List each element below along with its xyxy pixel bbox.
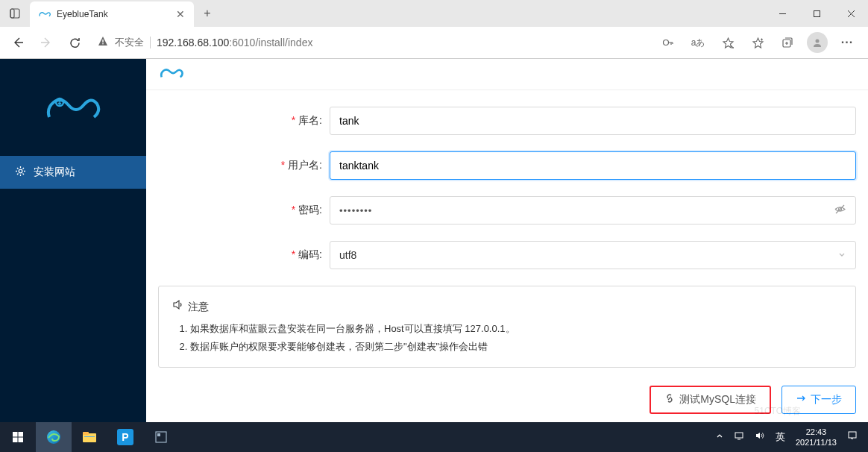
tab-close-icon[interactable]: ✕	[176, 8, 185, 20]
collections-icon[interactable]	[774, 29, 801, 56]
divider	[150, 37, 151, 48]
notice-item: 数据库账户的权限要求要能够创建表，否则第二步"创建表"操作会出错	[190, 338, 842, 357]
tray-network-icon[interactable]	[729, 431, 749, 442]
settings-icon	[15, 166, 26, 179]
tray-chevron-icon[interactable]	[711, 432, 728, 442]
svg-point-8	[664, 40, 669, 45]
svg-rect-24	[84, 436, 95, 437]
tab-title: EyeblueTank	[57, 9, 170, 19]
chevron-down-icon	[837, 249, 846, 261]
taskbar-explorer[interactable]	[72, 422, 107, 452]
tray-ime[interactable]: 英	[771, 431, 790, 444]
username-input[interactable]	[330, 151, 856, 180]
svg-point-12	[816, 40, 820, 43]
tray-volume-icon[interactable]	[750, 431, 770, 442]
new-tab-button[interactable]: +	[194, 0, 221, 27]
sidebar-item-install[interactable]: 安装网站	[0, 156, 146, 189]
sidebar: 安装网站	[0, 59, 146, 423]
speaker-icon	[172, 297, 183, 317]
notice-title: 注意	[188, 297, 209, 317]
url-text: 192.168.68.100:6010/install/index	[157, 37, 312, 48]
start-button[interactable]	[0, 422, 36, 452]
close-window-button[interactable]	[834, 0, 868, 27]
sidebar-item-label: 安装网站	[34, 166, 75, 179]
favorites-bar-icon[interactable]	[744, 29, 771, 56]
security-label: 不安全	[115, 36, 144, 49]
svg-rect-17	[13, 432, 18, 437]
password-input[interactable]: ••••••••	[330, 196, 856, 225]
tray-clock[interactable]: 22:43 2021/11/13	[791, 427, 841, 448]
not-secure-icon	[97, 35, 109, 50]
svg-rect-29	[849, 432, 856, 438]
refresh-button[interactable]	[61, 29, 88, 56]
username-label: *用户名:	[158, 159, 330, 172]
taskbar: P 英 22:43 2021/11/13	[0, 422, 868, 452]
main-header	[146, 59, 868, 90]
translate-icon[interactable]: aあ	[685, 29, 711, 56]
forward-button	[33, 29, 60, 56]
svg-rect-0	[10, 9, 19, 18]
app-logo	[0, 59, 146, 156]
encoding-select[interactable]: utf8	[330, 241, 856, 269]
profile-button[interactable]	[804, 29, 831, 56]
svg-rect-26	[157, 433, 160, 436]
svg-rect-6	[102, 40, 103, 43]
back-button[interactable]	[4, 29, 31, 56]
svg-rect-7	[102, 43, 103, 44]
svg-rect-27	[735, 433, 743, 438]
tabs-menu-button[interactable]	[0, 0, 30, 27]
arrow-right-icon	[796, 393, 806, 406]
svg-point-10	[732, 47, 734, 48]
eyeblue-favicon-icon	[39, 8, 51, 20]
taskbar-app-p[interactable]: P	[107, 422, 143, 452]
eye-off-icon[interactable]	[834, 203, 846, 218]
password-label: *密码:	[158, 204, 330, 217]
maximize-button[interactable]	[799, 0, 834, 27]
svg-rect-19	[13, 438, 18, 443]
minimize-button[interactable]	[765, 0, 799, 27]
svg-rect-20	[19, 438, 24, 443]
notice-item: 如果数据库和蓝眼云盘安装在同一台服务器，Host可以直接填写 127.0.0.1…	[190, 320, 842, 339]
svg-point-14	[19, 169, 22, 173]
taskbar-app[interactable]	[143, 422, 179, 452]
svg-rect-1	[10, 9, 14, 18]
svg-rect-23	[83, 432, 89, 435]
svg-rect-18	[19, 432, 24, 437]
notice-box: 注意 如果数据库和蓝眼云盘安装在同一台服务器，Host可以直接填写 127.0.…	[158, 286, 856, 368]
db-name-input[interactable]	[330, 107, 856, 135]
link-icon	[664, 393, 675, 406]
favorite-icon[interactable]	[714, 29, 741, 56]
test-mysql-button[interactable]: 测试MySQL连接	[650, 386, 771, 414]
svg-line-16	[836, 205, 844, 213]
more-menu-icon[interactable]: ···	[834, 29, 861, 56]
svg-rect-3	[814, 10, 820, 16]
header-logo-icon	[160, 66, 183, 84]
tray-notifications-icon[interactable]	[843, 430, 862, 443]
password-icon[interactable]	[655, 29, 682, 56]
taskbar-edge[interactable]	[36, 422, 72, 452]
encoding-label: *编码:	[158, 248, 330, 262]
watermark: 51CTO博客	[755, 405, 801, 418]
address-bar[interactable]: 不安全 192.168.68.100:6010/install/index	[89, 31, 653, 54]
db-name-label: *库名:	[158, 114, 330, 128]
browser-tab[interactable]: EyeblueTank ✕	[30, 1, 194, 27]
